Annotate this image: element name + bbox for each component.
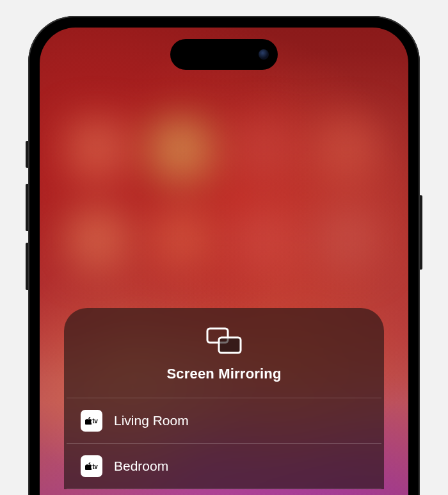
apple-tv-icon: tv — [81, 410, 102, 432]
iphone-frame: Screen Mirroring tv Living Room — [28, 16, 420, 495]
device-label: Living Room — [114, 413, 189, 428]
volume-up-button[interactable] — [26, 184, 28, 231]
apple-tv-label: tv — [92, 418, 97, 425]
apple-tv-label: tv — [92, 463, 97, 470]
sheet-title: Screen Mirroring — [166, 366, 281, 382]
side-power-button[interactable] — [420, 195, 422, 270]
screen-mirroring-icon — [206, 327, 242, 357]
device-label: Bedroom — [114, 458, 168, 474]
apple-tv-icon: tv — [81, 455, 102, 477]
volume-down-button[interactable] — [26, 243, 28, 290]
device-row-bedroom[interactable]: tv Bedroom — [67, 443, 381, 489]
device-row-living-room[interactable]: tv Living Room — [67, 398, 381, 443]
svg-rect-1 — [219, 337, 241, 353]
ring-silent-switch[interactable] — [26, 141, 28, 168]
sheet-header: Screen Mirroring — [64, 327, 384, 398]
front-camera-icon — [259, 49, 269, 60]
screen-mirroring-sheet: Screen Mirroring tv Living Room — [64, 308, 384, 489]
dynamic-island[interactable] — [170, 39, 278, 70]
device-list: tv Living Room tv Bedroom — [64, 398, 384, 489]
phone-screen: Screen Mirroring tv Living Room — [40, 28, 408, 495]
